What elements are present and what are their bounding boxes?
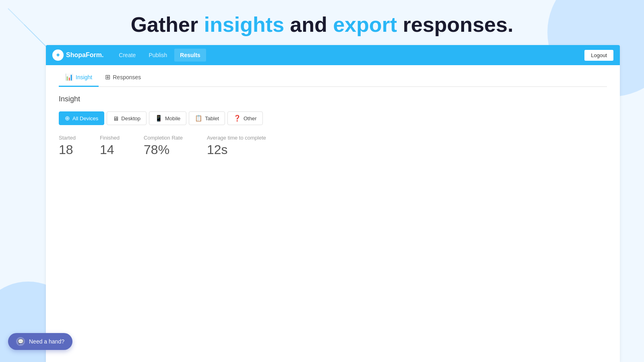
other-icon: ❓: [233, 115, 241, 122]
filter-mobile[interactable]: 📱 Mobile: [149, 111, 186, 125]
mobile-label: Mobile: [165, 115, 180, 121]
hero-text-middle: and: [284, 13, 333, 36]
stat-avg-time-label: Average time to complete: [207, 135, 266, 141]
nav-item-create[interactable]: Create: [113, 49, 141, 62]
chat-widget[interactable]: 💬 Need a hand?: [8, 333, 72, 350]
hero-accent1: insights: [204, 13, 284, 36]
navbar: ✦ ShopaForm. Create Publish Results Logo…: [46, 45, 620, 65]
logo-icon: ✦: [52, 49, 64, 61]
hero-text-after: responses.: [397, 13, 513, 36]
stat-completion-label: Completion Rate: [144, 135, 183, 141]
stat-completion-value: 78%: [144, 142, 183, 157]
stat-started-value: 18: [59, 142, 76, 157]
page-title: Insight: [59, 95, 607, 103]
main-container: ✦ ShopaForm. Create Publish Results Logo…: [46, 45, 620, 362]
stat-finished: Finished 14: [100, 135, 120, 157]
stat-started: Started 18: [59, 135, 76, 157]
nav-item-publish[interactable]: Publish: [143, 49, 173, 62]
chat-widget-label: Need a hand?: [29, 338, 64, 345]
filter-all-devices[interactable]: ⊕ All Devices: [59, 111, 104, 125]
all-devices-icon: ⊕: [65, 115, 70, 122]
nav-item-results[interactable]: Results: [174, 49, 206, 62]
stat-completion-rate: Completion Rate 78%: [144, 135, 183, 157]
filter-desktop[interactable]: 🖥 Desktop: [107, 111, 147, 125]
tab-responses[interactable]: ⊞ Responses: [99, 68, 147, 87]
stat-finished-label: Finished: [100, 135, 120, 141]
nav-links: Create Publish Results: [113, 49, 584, 62]
insight-tab-icon: 📊: [65, 73, 73, 81]
hero-section: Gather insights and export responses.: [0, 12, 644, 37]
other-label: Other: [244, 115, 257, 121]
tablet-label: Tablet: [205, 115, 219, 121]
desktop-icon: 🖥: [113, 115, 119, 122]
device-filter-group: ⊕ All Devices 🖥 Desktop 📱 Mobile 📋 Table…: [59, 111, 607, 125]
stat-started-label: Started: [59, 135, 76, 141]
mobile-icon: 📱: [155, 115, 163, 122]
all-devices-label: All Devices: [72, 115, 98, 121]
filter-tablet[interactable]: 📋 Tablet: [189, 111, 225, 125]
hero-accent2: export: [333, 13, 397, 36]
tabs-bar: 📊 Insight ⊞ Responses: [59, 65, 607, 87]
responses-tab-icon: ⊞: [105, 73, 110, 81]
stat-finished-value: 14: [100, 142, 120, 157]
chat-icon: 💬: [16, 337, 25, 346]
hero-text-before: Gather: [131, 13, 204, 36]
logout-button[interactable]: Logout: [584, 50, 613, 61]
brand-logo[interactable]: ✦ ShopaForm.: [52, 49, 103, 61]
brand-name: ShopaForm.: [66, 51, 103, 59]
content-area: 📊 Insight ⊞ Responses Insight ⊕ All Devi…: [46, 65, 620, 157]
filter-other[interactable]: ❓ Other: [227, 111, 263, 125]
desktop-label: Desktop: [121, 115, 140, 121]
stat-avg-time-value: 12s: [207, 142, 266, 157]
stats-row: Started 18 Finished 14 Completion Rate 7…: [59, 135, 607, 157]
tab-insight[interactable]: 📊 Insight: [59, 68, 99, 87]
insight-tab-label: Insight: [76, 74, 92, 80]
tablet-icon: 📋: [195, 115, 202, 122]
stat-avg-time: Average time to complete 12s: [207, 135, 266, 157]
responses-tab-label: Responses: [113, 74, 141, 80]
